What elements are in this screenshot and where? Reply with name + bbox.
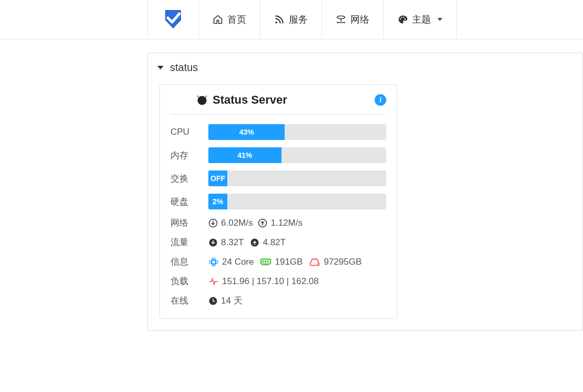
home-icon bbox=[213, 14, 223, 25]
traffic-down: 8.32T bbox=[221, 237, 244, 248]
hdd-icon bbox=[309, 257, 320, 267]
svg-point-3 bbox=[344, 22, 345, 24]
info-badge[interactable]: i bbox=[375, 94, 386, 106]
svg-point-1 bbox=[337, 16, 345, 18]
label-load: 负载 bbox=[170, 275, 208, 287]
info-ram: 191GB bbox=[275, 257, 303, 267]
svg-point-8 bbox=[198, 96, 207, 105]
cpu-bar-fill: 43% bbox=[208, 124, 285, 140]
memory-icon bbox=[260, 257, 272, 267]
label-memory: 内存 bbox=[170, 149, 208, 162]
collapse-caret-icon bbox=[157, 66, 164, 69]
activity-icon bbox=[208, 277, 219, 286]
label-swap: 交换 bbox=[170, 173, 208, 185]
row-disk: 硬盘 2% bbox=[170, 194, 386, 209]
status-card: Status Server i CPU 43% 内存 41% 交换 OFF bbox=[159, 84, 397, 319]
download-icon bbox=[208, 218, 218, 228]
row-load: 负载 151.96 | 157.10 | 162.08 bbox=[170, 275, 386, 287]
cpu-bar: 43% bbox=[208, 124, 386, 140]
clock-icon bbox=[208, 296, 218, 306]
row-traffic: 流量 8.32T 4.82T bbox=[170, 236, 386, 248]
disk-bar: 2% bbox=[208, 194, 386, 209]
nav-network[interactable]: 网络 bbox=[322, 0, 384, 39]
svg-point-4 bbox=[400, 18, 401, 19]
nav-home[interactable]: 首页 bbox=[199, 0, 260, 39]
upload-icon bbox=[258, 218, 267, 228]
label-disk: 硬盘 bbox=[170, 196, 208, 208]
label-uptime: 在线 bbox=[170, 295, 208, 307]
svg-rect-18 bbox=[267, 260, 269, 263]
svg-point-19 bbox=[317, 263, 318, 264]
navbar: 首页 服务 网络 主题 bbox=[0, 0, 583, 39]
chevron-down-icon bbox=[437, 18, 443, 21]
cpu-icon bbox=[208, 257, 219, 267]
download-solid-icon bbox=[208, 238, 218, 247]
panel-title: status bbox=[170, 62, 198, 74]
swap-bar: OFF bbox=[208, 170, 386, 186]
net-down: 6.02M/s bbox=[221, 218, 253, 228]
svg-point-0 bbox=[275, 22, 277, 24]
row-memory: 内存 41% bbox=[170, 147, 386, 163]
traffic-up: 4.82T bbox=[263, 237, 285, 248]
row-uptime: 在线 14 天 bbox=[170, 295, 386, 307]
svg-rect-16 bbox=[263, 260, 264, 263]
svg-point-7 bbox=[405, 18, 406, 19]
svg-point-6 bbox=[403, 17, 404, 18]
card-title: Status Server bbox=[213, 93, 287, 107]
nav-services-label: 服务 bbox=[289, 13, 308, 26]
nav-services[interactable]: 服务 bbox=[260, 0, 322, 39]
svg-point-2 bbox=[337, 22, 338, 24]
memory-bar-fill: 41% bbox=[208, 147, 282, 163]
nav-theme[interactable]: 主题 bbox=[384, 0, 457, 39]
network-icon bbox=[336, 14, 346, 25]
disk-bar-fill: 2% bbox=[208, 194, 227, 209]
label-traffic: 流量 bbox=[170, 236, 208, 248]
net-up: 1.12M/s bbox=[270, 218, 302, 228]
label-cpu: CPU bbox=[170, 127, 208, 137]
panel-header[interactable]: status bbox=[148, 53, 582, 84]
svg-rect-14 bbox=[213, 260, 215, 263]
nav-theme-label: 主题 bbox=[412, 13, 431, 26]
card-title-row: Status Server i bbox=[170, 90, 386, 115]
shield-logo-icon bbox=[162, 8, 184, 31]
row-net: 网络 6.02M/s 1.12M/s bbox=[170, 217, 386, 229]
row-swap: 交换 OFF bbox=[170, 170, 386, 186]
rss-icon bbox=[274, 14, 285, 25]
status-panel: status Status Server i CPU 43% 内存 41% bbox=[147, 53, 583, 331]
label-info: 信息 bbox=[170, 256, 208, 268]
freebsd-icon bbox=[196, 94, 208, 106]
row-cpu: CPU 43% bbox=[170, 124, 386, 140]
upload-solid-icon bbox=[250, 238, 259, 247]
svg-rect-17 bbox=[265, 260, 267, 263]
uptime-text: 14 天 bbox=[221, 295, 243, 307]
info-hdd: 97295GB bbox=[324, 257, 361, 267]
main: status Status Server i CPU 43% 内存 41% bbox=[0, 39, 583, 331]
swap-bar-fill: OFF bbox=[208, 170, 227, 186]
label-net: 网络 bbox=[170, 217, 208, 229]
svg-point-5 bbox=[401, 17, 402, 18]
memory-bar: 41% bbox=[208, 147, 386, 163]
info-cores: 24 Core bbox=[222, 257, 254, 267]
nav-network-label: 网络 bbox=[350, 13, 369, 26]
row-info: 信息 24 Core 191GB 97295GB bbox=[170, 256, 386, 268]
logo[interactable] bbox=[147, 0, 199, 39]
palette-icon bbox=[397, 14, 408, 25]
load-text: 151.96 | 157.10 | 162.08 bbox=[222, 276, 319, 287]
nav-home-label: 首页 bbox=[227, 13, 246, 26]
